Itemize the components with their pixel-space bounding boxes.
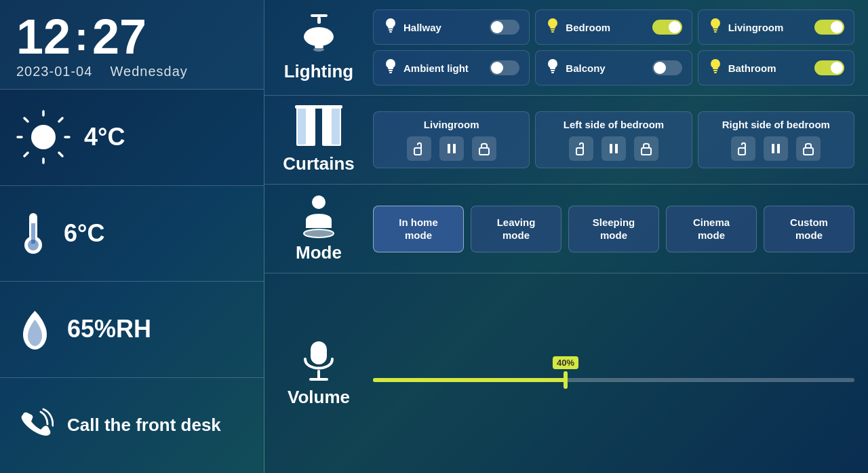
svg-rect-51 [576, 148, 583, 155]
mode-btn-in-home-mode[interactable]: In home mode [373, 206, 464, 252]
volume-thumb[interactable] [564, 371, 568, 389]
svg-rect-58 [804, 148, 813, 155]
curtain-open-btn[interactable] [407, 136, 431, 161]
volume-fill [373, 378, 566, 382]
volume-control[interactable]: 40% [373, 378, 854, 382]
curtain-pause-btn[interactable] [439, 136, 464, 161]
svg-point-59 [312, 195, 326, 209]
svg-rect-29 [714, 31, 717, 33]
svg-rect-57 [777, 144, 780, 153]
date-value: 2023-01-04 [16, 64, 92, 79]
lighting-controls: Hallway Bedroom Livingroom Ambient light… [373, 10, 854, 86]
svg-point-12 [28, 240, 39, 250]
svg-line-4 [24, 118, 28, 121]
light-name: Livingroom [728, 22, 809, 33]
svg-rect-39 [713, 68, 718, 69]
mode-person-icon [298, 194, 340, 238]
svg-line-5 [59, 153, 62, 156]
curtains-icon [295, 105, 342, 149]
svg-rect-24 [551, 29, 555, 31]
curtain-room-left-side-of-bedroom: Left side of bedroom [535, 111, 692, 168]
svg-rect-21 [389, 31, 392, 33]
volume-section: Volume 40% [264, 273, 868, 473]
curtain-open-btn[interactable] [731, 136, 755, 161]
svg-rect-14 [317, 17, 321, 24]
light-item-hallway[interactable]: Hallway [373, 10, 530, 45]
bulb-icon [545, 17, 560, 37]
curtain-pause-btn[interactable] [764, 136, 788, 161]
volume-slider-container[interactable]: 40% [373, 378, 854, 382]
light-name: Balcony [566, 62, 646, 74]
light-name: Hallway [403, 22, 484, 33]
indoor-temp: 6°C [64, 219, 104, 248]
mode-buttons: In home modeLeaving modeSleeping modeCin… [373, 206, 854, 252]
light-item-livingroom[interactable]: Livingroom [698, 10, 854, 45]
svg-rect-41 [714, 72, 717, 73]
lighting-label: Lighting [284, 61, 354, 82]
svg-rect-56 [772, 144, 774, 153]
curtain-close-btn[interactable] [796, 136, 821, 161]
light-item-balcony[interactable]: Balcony [535, 50, 692, 86]
curtain-room-right-side-of-bedroom: Right side of bedroom [698, 111, 854, 168]
volume-track[interactable] [373, 378, 854, 382]
humidity-icon [16, 307, 54, 352]
svg-point-30 [386, 59, 395, 69]
toggle-switch[interactable] [490, 60, 519, 75]
main-grid: 12 : 27 2023-01-04 Wednesday [0, 0, 868, 473]
svg-rect-27 [713, 27, 718, 29]
curtain-close-btn[interactable] [472, 136, 496, 161]
time-minute: 27 [92, 12, 146, 61]
svg-rect-20 [389, 29, 393, 31]
light-item-ambient-light[interactable]: Ambient light [373, 50, 530, 86]
curtain-btn-group [731, 136, 821, 161]
curtain-close-btn[interactable] [634, 136, 658, 161]
light-name: Ambient light [403, 62, 484, 74]
mode-btn-custom-mode[interactable]: Custom mode [764, 206, 854, 252]
mode-btn-sleeping-mode[interactable]: Sleeping mode [568, 206, 659, 252]
svg-rect-19 [388, 27, 393, 29]
toggle-switch[interactable] [652, 60, 682, 75]
bulb-icon [708, 58, 723, 78]
svg-line-6 [59, 118, 62, 121]
toggle-switch[interactable] [652, 20, 682, 35]
bulb-icon [383, 17, 398, 37]
weather-block: 4°C [0, 90, 264, 186]
microphone-icon [299, 339, 338, 383]
svg-rect-35 [550, 68, 555, 69]
svg-point-60 [304, 229, 334, 238]
mode-btn-cinema-mode[interactable]: Cinema mode [666, 206, 757, 252]
svg-point-38 [711, 59, 720, 69]
day-value: Wednesday [111, 64, 188, 79]
svg-rect-37 [551, 72, 554, 73]
svg-rect-49 [453, 144, 456, 153]
time-block: 12 : 27 2023-01-04 Wednesday [0, 0, 264, 90]
curtain-open-btn[interactable] [569, 136, 593, 161]
call-block[interactable]: Call the front desk [0, 378, 264, 474]
curtain-btn-group [569, 136, 658, 161]
svg-point-18 [386, 18, 395, 28]
curtain-room-name: Livingroom [424, 119, 479, 131]
svg-rect-61 [311, 341, 327, 364]
svg-rect-36 [551, 70, 555, 71]
call-label: Call the front desk [67, 415, 221, 436]
svg-rect-33 [389, 72, 392, 73]
volume-label: Volume [288, 387, 350, 408]
bulb-icon [383, 58, 398, 78]
svg-rect-45 [332, 108, 340, 145]
mode-icon-label: Mode [278, 194, 359, 263]
toggle-switch[interactable] [814, 60, 844, 75]
curtain-pause-btn[interactable] [601, 136, 626, 161]
light-item-bathroom[interactable]: Bathroom [698, 50, 854, 86]
svg-point-17 [313, 48, 324, 52]
mode-btn-leaving-mode[interactable]: Leaving mode [471, 206, 561, 252]
svg-rect-28 [713, 29, 717, 31]
toggle-switch[interactable] [814, 20, 844, 35]
outdoor-temp: 4°C [84, 123, 125, 151]
mode-section: Mode In home modeLeaving modeSleeping mo… [264, 185, 868, 273]
humidity-block: 65%RH [0, 282, 264, 378]
lighting-icon-label: Lighting [278, 13, 359, 82]
toggle-switch[interactable] [490, 20, 519, 35]
svg-rect-13 [311, 14, 328, 17]
light-item-bedroom[interactable]: Bedroom [535, 10, 692, 45]
svg-rect-54 [642, 148, 651, 155]
